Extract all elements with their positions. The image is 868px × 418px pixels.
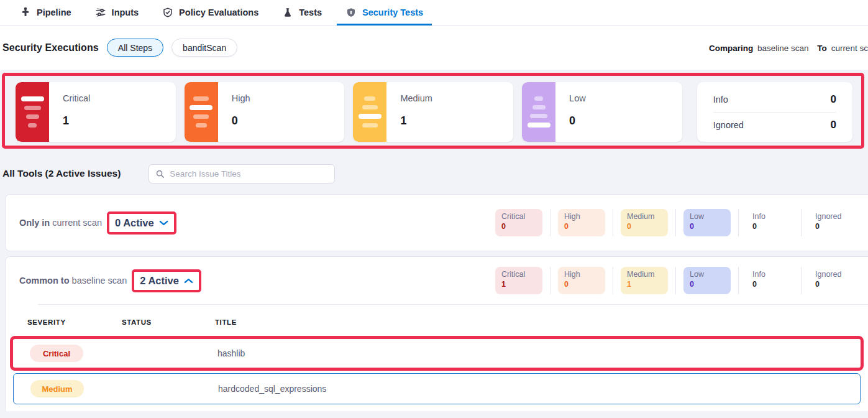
filter-pill-banditscan[interactable]: banditScan (171, 39, 237, 57)
chip-label: Ignored (815, 212, 850, 221)
col-status: STATUS (122, 318, 215, 326)
summary-card-high[interactable]: High 0 (185, 82, 345, 142)
info-label: Info (713, 95, 728, 104)
chip-value: 0 (501, 222, 536, 231)
chip-low: Low 0 (683, 267, 731, 294)
page-title: Security Executions (2, 42, 99, 53)
issue-title: hardcoded_sql_expressions (218, 384, 860, 394)
active-count-dropdown[interactable]: 0 Active (115, 217, 154, 229)
card-count: 1 (400, 114, 432, 128)
chip-value: 0 (815, 222, 850, 231)
card-label: Low (569, 93, 586, 103)
security-shield-icon (345, 7, 357, 18)
tab-label: Tests (299, 7, 322, 17)
issue-title: hashlib (217, 348, 861, 358)
card-count: 0 (232, 114, 250, 128)
chip-label: Low (690, 212, 724, 221)
comparing-baseline-value[interactable]: baseline scan (757, 43, 809, 52)
summary-card-low[interactable]: Low 0 (522, 82, 682, 142)
top-tab-bar: Pipeline Inputs Policy Evaluations Tests… (0, 0, 868, 26)
chip-label: High (564, 212, 599, 221)
severity-chips-row: Critical 0 High 0 Medium 0 Low 0 Info 0 … (488, 209, 864, 236)
all-tools-title: All Tools (2 Active Issues) (2, 168, 121, 179)
group-row: Only in current scan 0 Active Critical 0… (6, 195, 868, 251)
tab-label: Inputs (112, 7, 139, 17)
info-row: Info 0 (713, 87, 836, 112)
medium-severity-bars-icon (353, 82, 386, 142)
chevron-up-icon[interactable] (184, 277, 193, 284)
chip-label: Info (752, 212, 787, 221)
group-panel-only-in-current-scan: Only in current scan 0 Active Critical 0… (5, 194, 868, 251)
search-input[interactable] (170, 169, 328, 179)
chip-ignored: Ignored 0 (809, 209, 856, 236)
chip-label: Medium (627, 212, 662, 221)
tab-security-tests[interactable]: Security Tests (337, 0, 432, 25)
group-panel-common-to-baseline-scan: Common to baseline scan 2 Active Critica… (5, 256, 868, 411)
critical-severity-bars-icon (16, 82, 49, 142)
group-row: Common to baseline scan 2 Active Critica… (6, 257, 868, 304)
summary-card-info-ignored[interactable]: Info 0 Ignored 0 (697, 82, 852, 142)
col-title: TITLE (215, 318, 868, 326)
all-tools-bar: All Tools (2 Active Issues) (0, 154, 868, 193)
chip-critical: Critical 1 (495, 267, 542, 294)
col-severity: SEVERITY (27, 318, 122, 326)
group-prefix: Only in (19, 218, 50, 228)
high-severity-bars-icon (185, 82, 218, 142)
severity-chips-row: Critical 1 High 0 Medium 1 Low 0 Info 0 … (488, 267, 864, 294)
ignored-row: Ignored 0 (713, 112, 836, 137)
group-label: Common to baseline scan (19, 276, 127, 286)
chevron-down-icon[interactable] (159, 220, 168, 226)
chip-label: Ignored (815, 270, 850, 279)
group-scan-name: baseline scan (72, 276, 127, 286)
annotation-rect-summary-cards: Critical 1 High 0 Medium 1 (2, 73, 864, 149)
summary-card-medium[interactable]: Medium 1 (353, 82, 513, 142)
tab-policy-evaluations[interactable]: Policy Evaluations (153, 0, 267, 25)
chip-high: High 0 (558, 267, 605, 294)
chip-medium: Medium 1 (621, 267, 668, 294)
severity-badge-medium: Medium (30, 380, 84, 397)
tab-inputs[interactable]: Inputs (86, 0, 148, 25)
chip-label: Critical (501, 212, 536, 221)
security-executions-header: Security Executions All Steps banditScan… (0, 26, 868, 70)
issues-table-header: SEVERITY STATUS TITLE (6, 305, 868, 336)
tab-label: Policy Evaluations (179, 7, 258, 17)
chip-value: 0 (690, 280, 724, 289)
policy-shield-check-icon (162, 7, 173, 18)
chip-value: 0 (752, 280, 787, 289)
chip-critical: Critical 0 (495, 209, 542, 236)
card-count: 0 (569, 114, 586, 128)
comparing-to-label: To (817, 43, 827, 52)
comparing-current-value[interactable]: current scan (831, 43, 868, 52)
tab-tests[interactable]: Tests (273, 0, 331, 25)
filter-pill-all-steps[interactable]: All Steps (107, 39, 163, 57)
tab-label: Pipeline (37, 7, 71, 17)
chip-label: High (564, 270, 599, 279)
issue-row-hardcoded-sql-expressions[interactable]: Medium hardcoded_sql_expressions (13, 373, 861, 404)
chip-value: 0 (752, 222, 787, 231)
flask-icon (282, 7, 293, 18)
chip-ignored: Ignored 0 (809, 267, 856, 294)
active-count-dropdown[interactable]: 2 Active (140, 275, 179, 287)
security-tests-content: Critical 1 High 0 Medium 1 (0, 70, 868, 418)
pipeline-icon (20, 7, 31, 18)
severity-summary-row: Critical 1 High 0 Medium 1 (16, 82, 852, 142)
chip-label: Info (752, 270, 787, 279)
chip-medium: Medium 0 (621, 209, 668, 236)
chip-label: Low (690, 270, 724, 279)
chip-value: 0 (564, 222, 599, 231)
info-count: 0 (831, 93, 836, 106)
summary-card-critical[interactable]: Critical 1 (16, 82, 176, 142)
search-icon (155, 169, 165, 179)
issue-search-box[interactable] (148, 164, 335, 183)
chip-label: Critical (501, 270, 536, 279)
inputs-icon (95, 7, 106, 18)
issue-row-hashlib[interactable]: Critical hashlib (13, 339, 861, 368)
chip-value: 0 (564, 280, 599, 289)
severity-badge-critical: Critical (30, 345, 83, 362)
chip-value: 0 (627, 222, 662, 231)
chip-low: Low 0 (683, 209, 731, 236)
card-label: Medium (400, 93, 432, 103)
tab-pipeline[interactable]: Pipeline (11, 0, 80, 25)
comparing-label: Comparing (709, 43, 753, 52)
tab-label: Security Tests (362, 7, 423, 17)
